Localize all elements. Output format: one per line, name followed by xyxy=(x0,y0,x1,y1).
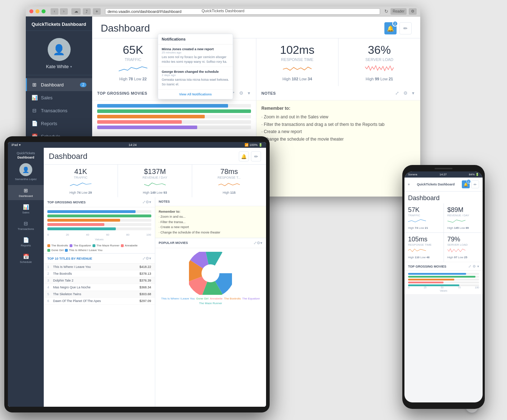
settings-icon[interactable]: ⚙ xyxy=(238,90,244,96)
forward-button[interactable]: › xyxy=(60,8,68,15)
phone-response-label: Response Time xyxy=(408,243,440,246)
address-bar[interactable]: demo.vaadin.com/dashboard/#!dashboard xyxy=(105,8,380,15)
tablet-nav-dashboard[interactable]: ⊞ Dashboard xyxy=(8,185,44,200)
back-button[interactable]: ‹ xyxy=(51,8,58,15)
phone-device: Sonera 14:27 84% 🔋 ≡ QuickTickets Dashbo… xyxy=(402,165,485,409)
phone-app-logo: ≡ xyxy=(408,183,410,186)
cloud-button[interactable]: ☁ xyxy=(71,8,81,15)
note-item-4: · Change the schedule of the movie theat… xyxy=(261,136,415,143)
bar-row xyxy=(97,120,251,124)
reload-button[interactable]: ↻ xyxy=(384,9,388,14)
phone-edit-button[interactable]: ✏ xyxy=(471,180,479,188)
sidebar-item-transactions[interactable]: ⊟ Transactions xyxy=(26,104,92,117)
tablet-bar-row xyxy=(47,214,151,217)
tablet-bar-chevron-icon[interactable]: ▾ xyxy=(149,200,151,204)
stats-row: 65K Traffic High 78 Low 22 $134M Revenue… xyxy=(92,38,420,86)
close-button[interactable] xyxy=(29,9,33,13)
sidebar-user: 👤 Kate White ▾ xyxy=(26,31,92,75)
pie-label-4: The Boxtrolls xyxy=(224,297,241,300)
maximize-button[interactable] xyxy=(42,9,46,13)
tablet-response-range: High 115 xyxy=(196,191,262,194)
extension-button[interactable]: ⚙ xyxy=(409,8,417,15)
tablet-pie-title: POPULAR MOVIES xyxy=(159,241,254,245)
tablet-bar-row xyxy=(47,223,151,226)
phone-bar-3 xyxy=(408,279,479,280)
legend-maze: The Maze Runner xyxy=(93,244,119,247)
sidebar-item-reports[interactable]: 📄 Reports xyxy=(26,117,92,130)
tablet-revenue-range: High 149 Low 93 xyxy=(122,191,188,194)
tablet-bar-title: TOP GROSSING MOVIES xyxy=(47,200,142,204)
new-tab-button[interactable]: + xyxy=(93,8,101,15)
tablet-edit-button[interactable]: ✏ xyxy=(251,151,261,161)
tablet-nav-transactions[interactable]: ⊟ Transactions xyxy=(8,218,44,233)
tablet-left-col: TOP GROSSING MOVIES ⤢ ⚙ ▾ xyxy=(44,197,155,407)
tablet-table-expand-icon[interactable]: ⤢ xyxy=(142,256,146,261)
notification-badge: 2 xyxy=(392,21,398,27)
tablet-dashboard-icon: ⊞ xyxy=(24,188,28,193)
tablet-bar-row xyxy=(47,219,151,222)
bar-row xyxy=(97,126,251,129)
phone-stat-traffic: 57K Traffic High 74 Low 21 xyxy=(404,203,444,232)
notes-expand-icon[interactable]: ⤢ xyxy=(394,90,400,96)
sidebar-item-sales[interactable]: 📊 Sales xyxy=(26,91,92,104)
notes-chevron-icon[interactable]: ▾ xyxy=(411,90,415,96)
tablet-nav-schedule[interactable]: 📅 Schedule xyxy=(8,251,44,266)
legend-gonegirl: Gone Girl xyxy=(47,249,63,252)
tablet-bar-settings-icon[interactable]: ⚙ xyxy=(146,200,149,204)
tablet-pie-settings-icon[interactable]: ⚙ xyxy=(257,241,260,245)
tablet-pie-expand-icon[interactable]: ⤢ xyxy=(254,241,257,245)
pie-legend: This Is Where I Leave You Gone Girl Anna… xyxy=(159,297,263,305)
tablet-revenue-value: $137M xyxy=(122,167,188,176)
table-row: 2 The Boxtrolls $378.13 xyxy=(44,270,155,277)
notif-user-1: Minna Jones created a new report xyxy=(162,47,229,51)
phone-app-name: QuickTickets Dashboard xyxy=(417,183,455,186)
tablet-note-1: · Zoom in and ou... xyxy=(159,214,263,219)
serverload-label: Server Load xyxy=(365,57,393,62)
phone-page-title: Dashboard xyxy=(404,192,483,203)
phone-settings-icon[interactable]: ⚙ xyxy=(473,264,476,268)
phone-traffic-range: High 74 Low 21 xyxy=(408,226,440,230)
tablet-nav-reports[interactable]: 📄 Reports xyxy=(8,235,44,250)
tablet-nav-sales[interactable]: 📊 Sales xyxy=(8,202,44,217)
note-item-3: · Create a new report xyxy=(261,128,415,135)
bar-row xyxy=(97,109,251,113)
bar-row xyxy=(97,115,251,118)
phone-notif-badge: 2 xyxy=(466,179,471,184)
brand-name: QuickTickets xyxy=(32,22,61,27)
chevron-down-icon[interactable]: ▾ xyxy=(247,90,251,96)
tablet-table-settings-icon[interactable]: ⚙ xyxy=(146,256,149,261)
tablet-table-chevron-icon[interactable]: ▾ xyxy=(149,256,151,261)
legend-thisplace: This Is Where I Leave You xyxy=(65,249,102,252)
tablet-main: Dashboard 🔔 ✏ 41K Traffic High 74 Low xyxy=(44,148,266,407)
dashboard-badge: 2 xyxy=(80,82,86,87)
tablet-legend: The Boxtrolls The Equalizer The Maze Run… xyxy=(44,242,155,253)
minimize-button[interactable] xyxy=(35,9,39,13)
edit-button[interactable]: ✏ xyxy=(399,22,412,34)
notes-settings-icon[interactable]: ⚙ xyxy=(403,90,408,96)
tablet-device: iPad ▾ 14:24 📶 100% 🔋 QuickTicketsDashbo… xyxy=(4,136,270,412)
tablet-right-col: NOTES Remember to: · Zoom in and ou... ·… xyxy=(155,197,266,407)
phone-expand-icon[interactable]: ⤢ xyxy=(468,264,471,268)
view-all-notifications-button[interactable]: View All Notifications xyxy=(158,90,233,99)
tablet-bar-expand-icon[interactable]: ⤢ xyxy=(142,200,146,204)
share-button[interactable]: ⤴ xyxy=(83,8,91,15)
sidebar-item-dashboard[interactable]: ⊞ Dashboard 2 xyxy=(26,78,92,91)
tablet-transactions-icon: ⊟ xyxy=(24,221,28,226)
tablet-app: QuickTicketsDashboard 👤 Samantha Lopez ⊞… xyxy=(8,148,266,407)
reader-button[interactable]: Reader xyxy=(390,8,407,15)
tablet-pie-chevron-icon[interactable]: ▾ xyxy=(260,241,262,245)
tablet-notif-button[interactable]: 🔔 xyxy=(239,151,249,161)
phone-stat-revenue: $89M Revenue / Day High 145 Low 89 xyxy=(444,203,483,232)
phone-screen: Sonera 14:27 84% 🔋 ≡ QuickTickets Dashbo… xyxy=(404,171,483,402)
phone-bar-title: TOP GROSSING MOVIES xyxy=(408,265,467,268)
phone-mini-bar xyxy=(408,273,479,286)
tablet-page-title: Dashboard xyxy=(49,152,87,161)
phone-bar-area: 0255075100 Values xyxy=(404,271,483,294)
phone-chevron-icon[interactable]: ▾ xyxy=(477,264,479,268)
notifications-button[interactable]: 🔔 2 xyxy=(384,22,397,34)
tablet-sales-icon: 📊 xyxy=(23,204,29,210)
phone-notif-button[interactable]: 🔔 2 xyxy=(462,180,470,188)
tablet-sidebar-logo: QuickTicketsDashboard xyxy=(16,151,35,160)
tablet-note-2: · Filter the transa... xyxy=(159,220,263,225)
user-name-label[interactable]: Kate White ▾ xyxy=(46,64,72,69)
